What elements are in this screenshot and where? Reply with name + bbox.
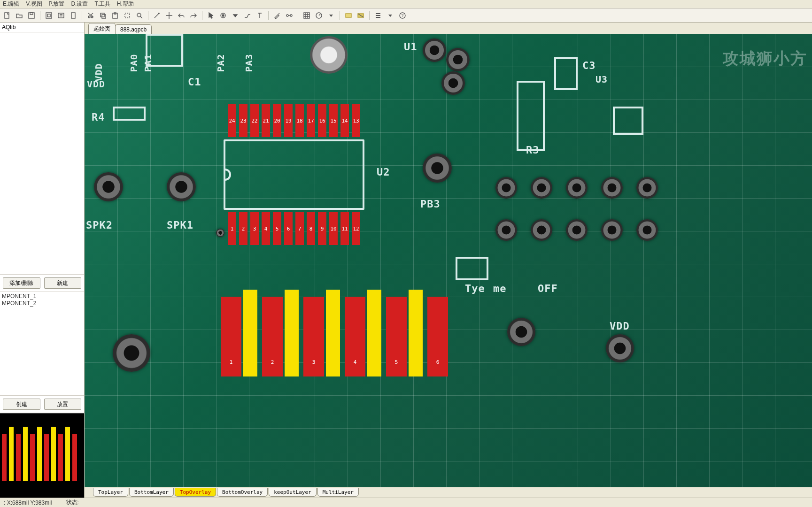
new-button[interactable]: 新建 [44, 277, 82, 289]
u2-pin-4[interactable]: 4 [262, 212, 270, 245]
new-icon[interactable] [2, 10, 12, 21]
menu-design[interactable]: D.设置 [71, 0, 88, 8]
place-button[interactable]: 放置 [44, 399, 82, 410]
u2-pin-15[interactable]: 15 [329, 104, 338, 137]
list-item[interactable]: MPONENT_2 [2, 300, 82, 307]
u2-pin-13[interactable]: 13 [352, 104, 360, 137]
u2-pin-8[interactable]: 8 [307, 212, 315, 245]
u2-pin-11[interactable]: 11 [340, 212, 349, 245]
svg-rect-4 [47, 14, 50, 17]
conn-pad-y-2[interactable] [285, 290, 299, 376]
toolbar: ? [0, 8, 812, 23]
pcb-canvas[interactable]: 攻城狮小方 VDD PA0 PA1 PA2 PA3 U1 C3 U3 VDD C… [85, 34, 812, 487]
silk-c3: C3 [582, 60, 596, 71]
u2-pin-1[interactable]: 1 [228, 212, 236, 245]
create-button[interactable]: 创建 [3, 399, 40, 410]
component-list[interactable]: MPONENT_1MPONENT_2 [0, 292, 84, 395]
svg-rect-13 [125, 13, 130, 18]
find-icon[interactable] [134, 10, 145, 21]
align-icon[interactable] [373, 10, 383, 21]
paste-icon[interactable] [110, 10, 120, 21]
zoom-page-icon[interactable] [68, 10, 78, 21]
route-icon[interactable] [242, 10, 253, 21]
probe-icon[interactable] [272, 10, 282, 21]
panel1-icon[interactable] [343, 10, 354, 21]
circle-icon[interactable] [218, 10, 228, 21]
triangle-down-icon[interactable] [230, 10, 240, 21]
layer-tab-TopLayer[interactable]: TopLayer [93, 488, 128, 497]
silk-pa2: PA2 [215, 54, 226, 72]
u2-pin-24[interactable]: 24 [228, 104, 236, 137]
wand-icon[interactable] [152, 10, 162, 21]
conn-pad-2[interactable]: 2 [262, 297, 283, 376]
layer-tab-keepOutLayer[interactable]: keepOutLayer [269, 488, 316, 497]
u2-pin-2[interactable]: 2 [239, 212, 247, 245]
help-icon[interactable]: ? [397, 10, 408, 21]
u2-pin-18[interactable]: 18 [295, 104, 304, 137]
conn-pad-5[interactable]: 5 [386, 297, 407, 376]
u2-pin-17[interactable]: 17 [307, 104, 315, 137]
add-remove-button[interactable]: 添加/删除 [3, 277, 40, 289]
layer-tab-BottomLayer[interactable]: BottomLayer [129, 488, 174, 497]
conn-pad-4[interactable]: 4 [345, 297, 365, 376]
zoom-window-icon[interactable] [56, 10, 66, 21]
net-icon[interactable] [284, 10, 294, 21]
u2-pin-16[interactable]: 16 [318, 104, 326, 137]
u2-pin-21[interactable]: 21 [262, 104, 270, 137]
silk-u2: U2 [377, 166, 390, 178]
copy-icon[interactable] [98, 10, 108, 21]
silk-r4: R4 [92, 111, 105, 123]
u2-pin-9[interactable]: 9 [318, 212, 326, 245]
panel2-icon[interactable] [356, 10, 366, 21]
u2-pin-20[interactable]: 20 [273, 104, 281, 137]
text-icon[interactable] [255, 10, 265, 21]
u2-pin-19[interactable]: 19 [284, 104, 293, 137]
redo-icon[interactable] [188, 10, 199, 21]
save-icon[interactable] [26, 10, 37, 21]
u2-pin-23[interactable]: 23 [239, 104, 247, 137]
svg-rect-3 [46, 13, 52, 18]
tab-0[interactable]: 起始页 [88, 23, 116, 34]
dropdown2-icon[interactable] [385, 10, 395, 21]
menu-view[interactable]: V.视图 [26, 0, 42, 8]
svg-rect-6 [71, 13, 75, 18]
menu-place[interactable]: P.放置 [49, 0, 65, 8]
u2-pin-22[interactable]: 22 [250, 104, 259, 137]
conn-pad-3[interactable]: 3 [303, 297, 324, 376]
conn-pad-y-3[interactable] [326, 290, 340, 376]
u2-pin-7[interactable]: 7 [295, 212, 304, 245]
svg-rect-5 [58, 13, 64, 18]
svg-rect-10 [102, 15, 106, 18]
conn-pad-y-5[interactable] [409, 290, 423, 376]
u2-pin-6[interactable]: 6 [284, 212, 293, 245]
layer-tabs: TopLayerBottomLayerTopOverlayBottomOverl… [85, 487, 812, 498]
layer-tab-BottomOverlay[interactable]: BottomOverlay [217, 488, 268, 497]
dropdown-icon[interactable] [326, 10, 336, 21]
list-item[interactable]: MPONENT_1 [2, 293, 82, 300]
menu-tools[interactable]: T.工具 [94, 0, 110, 8]
grid-toggle-icon[interactable] [302, 10, 312, 21]
tab-1[interactable]: 888.aqpcb [115, 24, 152, 34]
menu-edit[interactable]: E.编辑 [3, 0, 19, 8]
u2-pin-5[interactable]: 5 [273, 212, 281, 245]
menu-bar: E.编辑 V.视图 P.放置 D.设置 T.工具 H.帮助 [0, 0, 812, 8]
select-rect-icon[interactable] [122, 10, 132, 21]
u2-pin-14[interactable]: 14 [340, 104, 349, 137]
conn-pad-6[interactable]: 6 [427, 297, 448, 376]
layer-tab-MultiLayer[interactable]: MultiLayer [317, 488, 359, 497]
measure-icon[interactable] [314, 10, 324, 21]
conn-pad-1[interactable]: 1 [221, 297, 241, 376]
crosshair-icon[interactable] [164, 10, 174, 21]
pointer-icon[interactable] [206, 10, 216, 21]
layer-tab-TopOverlay[interactable]: TopOverlay [175, 488, 216, 497]
u2-pin-12[interactable]: 12 [352, 212, 360, 245]
cut-icon[interactable] [85, 10, 96, 21]
menu-help[interactable]: H.帮助 [117, 0, 134, 8]
conn-pad-y-4[interactable] [367, 290, 381, 376]
open-icon[interactable] [14, 10, 24, 21]
u2-pin-10[interactable]: 10 [329, 212, 338, 245]
fit-icon[interactable] [44, 10, 54, 21]
u2-pin-3[interactable]: 3 [250, 212, 259, 245]
conn-pad-y-1[interactable] [243, 290, 257, 376]
undo-icon[interactable] [176, 10, 186, 21]
